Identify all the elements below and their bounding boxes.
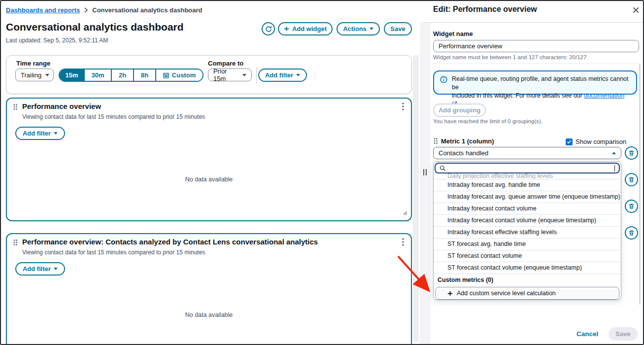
- trash-icon: [628, 203, 635, 209]
- trailing-select[interactable]: Trailing: [15, 69, 54, 81]
- caret-down-icon: [54, 268, 58, 270]
- filter-bar: Time range Trailing 15m 30m 2h 8h Custom…: [6, 55, 412, 94]
- kebab-menu-icon[interactable]: [402, 103, 404, 112]
- panel-title: Edit: Performance overview: [433, 5, 537, 14]
- widget-name-input[interactable]: [433, 40, 639, 52]
- widget-add-filter-button[interactable]: Add filter: [15, 262, 65, 276]
- dropdown-item[interactable]: Intraday forecast contact volume: [434, 203, 621, 214]
- segment-8h[interactable]: 8h: [134, 69, 156, 81]
- calendar-icon: [163, 72, 169, 78]
- breadcrumb: Dashboards and reports Conversational an…: [6, 6, 203, 14]
- metric-1-label: Metric 1 (column): [441, 138, 494, 145]
- caret-down-icon: [296, 74, 300, 76]
- delete-metric-4-button[interactable]: [625, 226, 638, 240]
- trash-icon: [628, 176, 635, 183]
- last-updated-text: Last updated: Sep 5, 2025, 9:52:11 AM: [6, 37, 108, 44]
- dropdown-item[interactable]: Intraday forecast avg. queue answer time…: [434, 191, 621, 203]
- info-banner: Real-time queue, routing profile, and ag…: [433, 70, 637, 95]
- widget-contacts-analyzed: Performance overview: Contacts analyzed …: [6, 233, 412, 345]
- trash-icon: [628, 150, 635, 156]
- dropdown-item[interactable]: ST forecast avg. handle time: [434, 238, 621, 250]
- empty-state-text: No data available: [7, 311, 411, 318]
- show-comparison-label[interactable]: Show comparison: [576, 138, 626, 145]
- delete-metric-3-button[interactable]: [625, 200, 638, 213]
- connect-dashboard-app: Dashboards and reports Conversational an…: [0, 0, 644, 345]
- breadcrumb-current: Conversational analytics dashboard: [92, 6, 202, 14]
- dropdown-item-disabled: Daily projection effective staffing leve…: [434, 172, 621, 179]
- caret-down-icon: [45, 74, 49, 76]
- add-filter-button[interactable]: Add filter: [258, 69, 307, 82]
- grouping-limit-hint: You have reached the limit of 0 grouping…: [433, 118, 542, 124]
- info-text-line2: included in this widget. For more detail…: [452, 92, 584, 99]
- widget-title: Performance overview: [22, 102, 101, 110]
- panel-splitter[interactable]: [420, 23, 431, 344]
- metric-drag-handle-icon[interactable]: [433, 138, 438, 146]
- info-text-line1: Real-time queue, routing profile, and ag…: [452, 75, 629, 91]
- dropdown-item[interactable]: Intraday forecast contact volume (enqueu…: [434, 214, 621, 226]
- widget-add-filter-button[interactable]: Add filter: [15, 127, 65, 140]
- add-widget-button[interactable]: Add widget: [278, 22, 333, 35]
- info-icon: [440, 76, 447, 86]
- save-dashboard-button[interactable]: Save: [384, 22, 412, 35]
- widget-subtitle: Viewing contact data for last 15 minutes…: [22, 113, 205, 120]
- close-icon[interactable]: [630, 4, 641, 15]
- compare-to-label: Compare to: [208, 60, 243, 67]
- chevron-right-icon: [84, 7, 88, 13]
- metric-search-box[interactable]: [435, 163, 620, 173]
- caret-up-icon: [612, 152, 616, 154]
- page-title: Conversational analytics dashboard: [6, 21, 184, 33]
- breadcrumb-link-dashboards[interactable]: Dashboards and reports: [6, 6, 80, 14]
- divider: [256, 67, 257, 83]
- search-icon: [440, 165, 446, 172]
- caret-down-icon: [370, 28, 373, 30]
- widget-performance-overview: Performance overview Viewing contact dat…: [6, 98, 412, 221]
- trash-icon: [628, 230, 635, 236]
- time-range-segments: 15m 30m 2h 8h Custom: [59, 69, 203, 82]
- dropdown-item[interactable]: ST forecast contact volume (enqueue time…: [434, 262, 621, 274]
- main-scrollbar[interactable]: [413, 55, 419, 342]
- custom-metrics-header: Custom metrics (0): [434, 274, 621, 286]
- dropdown-item[interactable]: Intraday forecast avg. handle time: [434, 179, 621, 191]
- check-icon: [567, 139, 572, 144]
- segment-15m[interactable]: 15m: [60, 69, 85, 81]
- text-cursor: [614, 165, 615, 172]
- widget-name-hint: Widget name must be between 1 and 127 ch…: [433, 54, 586, 60]
- cancel-button[interactable]: Cancel: [576, 330, 598, 338]
- plus-icon: [447, 291, 453, 296]
- time-range-label: Time range: [16, 60, 50, 67]
- empty-state-text: No data available: [7, 176, 411, 183]
- kebab-menu-icon[interactable]: [402, 238, 404, 248]
- segment-30m[interactable]: 30m: [85, 69, 112, 81]
- panel-scrollbar[interactable]: [639, 64, 641, 305]
- widget-name-label: Widget name: [433, 30, 473, 37]
- segment-2h[interactable]: 2h: [112, 69, 134, 81]
- add-grouping-button[interactable]: Add grouping: [433, 104, 486, 117]
- show-comparison-checkbox[interactable]: [566, 138, 573, 145]
- actions-button[interactable]: Actions: [337, 22, 380, 35]
- compare-to-select[interactable]: Prior 15m: [208, 69, 252, 81]
- drag-handle-icon[interactable]: [13, 239, 18, 248]
- dropdown-item[interactable]: Intraday forecast effective staffing lev…: [434, 226, 621, 238]
- drag-handle-icon[interactable]: [13, 104, 18, 112]
- documentation-link[interactable]: documentation: [584, 92, 624, 99]
- metric-dropdown: Daily projection effective staffing leve…: [433, 161, 621, 300]
- delete-metric-1-button[interactable]: [625, 146, 638, 160]
- panel-save-button[interactable]: Save: [609, 327, 638, 341]
- caret-down-icon: [242, 74, 246, 76]
- refresh-icon: [265, 26, 272, 33]
- metric-select[interactable]: Contacts handled: [433, 147, 621, 159]
- delete-metric-2-button[interactable]: [625, 173, 638, 186]
- dropdown-item[interactable]: ST forecast contact volume: [434, 250, 621, 262]
- segment-custom[interactable]: Custom: [156, 69, 203, 81]
- plus-icon: [284, 26, 289, 32]
- refresh-button[interactable]: [262, 22, 275, 35]
- splitter-handle-icon[interactable]: [423, 169, 427, 175]
- divider: [433, 63, 639, 64]
- resize-handle-icon[interactable]: [402, 208, 407, 217]
- caret-down-icon: [54, 132, 58, 135]
- widget-subtitle: Viewing contact data for last 15 minutes…: [22, 249, 205, 256]
- widget-title: Performance overview: Contacts analyzed …: [22, 238, 318, 246]
- divider: [423, 22, 644, 23]
- add-custom-service-level-button[interactable]: Add custom service level calculation: [435, 287, 619, 300]
